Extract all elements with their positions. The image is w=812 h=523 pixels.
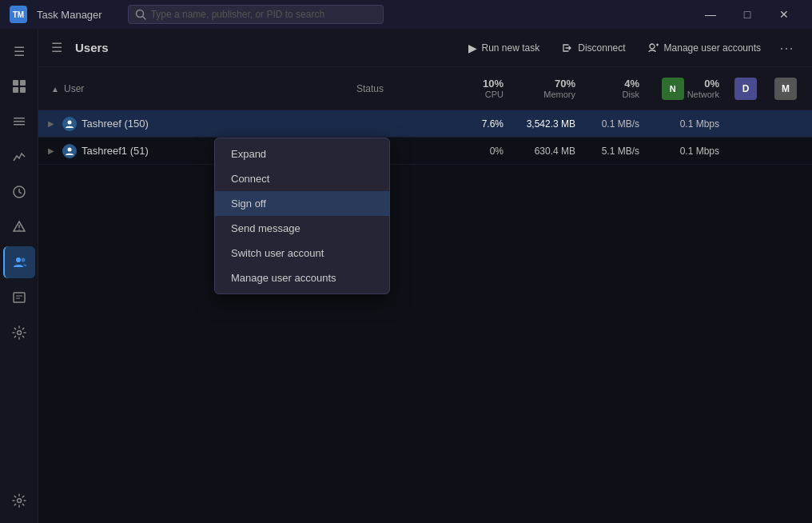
minimize-button[interactable]: — (692, 0, 729, 29)
table-row[interactable]: ▶ Tashreef1 (51) 0% 630.4 MB 5.1 MB/s 0.… (38, 138, 812, 165)
sidebar-item-services[interactable] (3, 317, 35, 349)
row-user-cell: ▶ Tashreef (150) (45, 117, 350, 131)
row-cpu-cell: 0% (446, 146, 510, 157)
context-menu-connect[interactable]: Connect (215, 166, 389, 191)
sidebar-item-performance[interactable] (3, 141, 35, 173)
sort-arrow-icon: ▲ (51, 84, 59, 93)
title-bar: TM Task Manager Type a name, publisher, … (0, 0, 812, 29)
expand-icon: ▶ (48, 119, 54, 128)
table-header: ▲ User Status 10% CPU 70% Memory 4% (38, 67, 812, 110)
close-button[interactable]: ✕ (766, 0, 802, 29)
sidebar-item-users[interactable] (3, 246, 35, 278)
sidebar-item-settings[interactable] (3, 485, 35, 517)
col-header-d: D (726, 74, 766, 103)
users-icon (13, 255, 27, 269)
context-menu: Expand Connect Sign off Send message Swi… (214, 138, 390, 294)
col-memory-pct: 70% (555, 78, 575, 90)
manage-accounts-button[interactable]: Manage user accounts (639, 38, 770, 58)
col-network-label: Network (687, 90, 719, 99)
search-icon (135, 9, 146, 20)
sidebar-item-overview[interactable] (3, 70, 35, 102)
table-row[interactable]: ▶ Tashreef (150) 7.6% 3,542.3 MB 0.1 MB/… (38, 110, 812, 138)
col-network-pct: 0% (704, 78, 719, 90)
services-icon (12, 325, 26, 340)
col-header-user: ▲ User (45, 80, 350, 98)
svg-rect-5 (20, 87, 26, 93)
svg-point-13 (16, 258, 21, 262)
disconnect-button[interactable]: Disconnect (552, 38, 635, 58)
window-controls: — □ ✕ (692, 0, 802, 29)
sidebar: ☰ (0, 29, 38, 523)
svg-rect-4 (13, 87, 18, 93)
network-avatar-n: N (662, 78, 684, 100)
col-header-disk: 4% Disk (582, 74, 646, 102)
col-disk-pct: 4% (624, 78, 639, 90)
col-header-cpu: 10% CPU (446, 74, 510, 102)
run-icon: ▶ (468, 42, 477, 54)
context-menu-manage-accounts[interactable]: Manage user accounts (215, 265, 389, 290)
sidebar-item-details[interactable] (3, 281, 35, 313)
col-status-label: Status (356, 83, 384, 94)
col-header-status: Status (350, 80, 446, 98)
more-options-button[interactable]: ⋯ (774, 35, 799, 61)
sidebar-item-startup[interactable] (3, 211, 35, 243)
svg-point-19 (17, 499, 21, 503)
run-new-task-button[interactable]: ▶ Run new task (459, 38, 550, 58)
svg-rect-6 (14, 118, 25, 119)
svg-rect-8 (14, 124, 25, 126)
context-menu-expand[interactable]: Expand (215, 142, 389, 166)
menu-icon: ☰ (14, 44, 25, 59)
svg-rect-7 (14, 121, 25, 122)
performance-icon (12, 150, 26, 164)
startup-icon (12, 220, 26, 234)
table-area: ▲ User Status 10% CPU 70% Memory 4% (38, 67, 812, 523)
svg-rect-15 (14, 293, 25, 302)
user-avatar-tashreef1 (62, 144, 77, 158)
context-menu-sign-off[interactable]: Sign off (215, 191, 389, 216)
details-icon (12, 290, 26, 305)
context-menu-switch-user[interactable]: Switch user account (215, 241, 389, 265)
svg-point-24 (68, 147, 72, 151)
col-m-avatar: M (774, 78, 797, 100)
col-disk-label: Disk (623, 90, 639, 99)
content-area: ☰ Users ▶ Run new task Disconnect (38, 29, 812, 523)
row-network-cell: 0.1 Mbps (646, 146, 726, 157)
sidebar-item-processes[interactable] (3, 106, 35, 138)
manage-accounts-icon (648, 42, 659, 54)
col-header-m: M (766, 74, 806, 103)
col-header-network: N 0% Network (646, 74, 726, 103)
app-logo: TM (10, 6, 27, 23)
sidebar-item-history[interactable] (3, 176, 35, 208)
svg-point-18 (17, 331, 21, 335)
settings-icon (12, 493, 26, 508)
row-memory-cell: 630.4 MB (510, 146, 582, 157)
col-user-label: User (64, 83, 84, 94)
overview-icon (12, 79, 26, 94)
header-actions: ▶ Run new task Disconnect (459, 35, 799, 61)
row-disk-cell: 0.1 MB/s (582, 118, 646, 130)
user-name: Tashreef (150) (82, 118, 149, 130)
app-title: Task Manager (37, 9, 102, 21)
header-menu-icon[interactable]: ☰ (51, 40, 62, 55)
svg-rect-3 (20, 80, 26, 86)
col-memory-label: Memory (543, 90, 575, 99)
context-menu-send-message[interactable]: Send message (215, 216, 389, 241)
row-memory-cell: 3,542.3 MB (510, 118, 582, 130)
history-icon (12, 185, 26, 199)
content-header: ☰ Users ▶ Run new task Disconnect (38, 29, 812, 67)
restore-button[interactable]: □ (729, 0, 766, 29)
processes-icon (12, 114, 26, 129)
search-placeholder: Type a name, publisher, or PID to search (151, 9, 324, 20)
sidebar-item-menu[interactable]: ☰ (3, 35, 35, 67)
page-title: Users (75, 41, 109, 54)
col-d-avatar: D (734, 78, 757, 100)
user-name: Tashreef1 (51) (82, 145, 149, 157)
row-network-cell: 0.1 Mbps (646, 118, 726, 130)
svg-point-20 (650, 44, 655, 49)
col-cpu-pct: 10% (483, 78, 504, 90)
col-cpu-label: CPU (485, 90, 504, 99)
search-box[interactable]: Type a name, publisher, or PID to search (128, 5, 384, 24)
svg-point-12 (18, 229, 20, 230)
svg-rect-2 (13, 80, 18, 86)
row-cpu-cell: 7.6% (446, 118, 510, 130)
